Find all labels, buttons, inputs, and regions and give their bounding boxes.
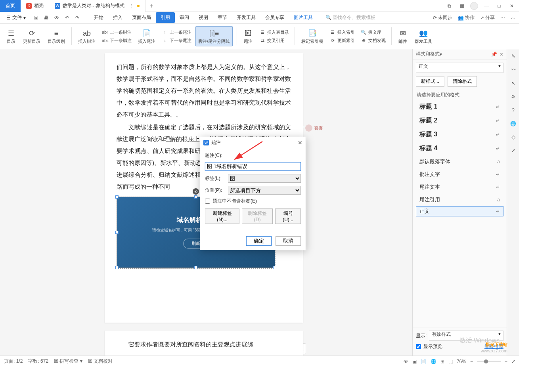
- doc-discover-button[interactable]: ⊕文档发现: [359, 37, 387, 44]
- next-footnote-button[interactable]: ab↓下一条脚注: [100, 37, 133, 44]
- cross-reference-button[interactable]: ⇄交叉引用: [258, 37, 291, 44]
- view-focus-icon[interactable]: ▣: [412, 359, 417, 364]
- mail-button[interactable]: ✉邮件: [396, 27, 410, 46]
- tab-home[interactable]: 首页: [0, 0, 21, 12]
- menu-start[interactable]: 开始: [89, 12, 108, 23]
- zoom-out-icon[interactable]: −: [470, 359, 473, 364]
- save-icon[interactable]: 🖫: [32, 14, 40, 22]
- rail-select-icon[interactable]: ✎: [509, 52, 517, 60]
- numbering-button[interactable]: 编号(U)...: [275, 208, 301, 224]
- menu-section[interactable]: 章节: [213, 12, 232, 23]
- zoom-value[interactable]: 76%: [457, 359, 466, 364]
- minimize-icon[interactable]: —: [482, 2, 491, 10]
- file-menu-button[interactable]: ☰ 文件 ▾: [4, 13, 28, 22]
- spellcheck-toggle[interactable]: ☒ 拼写检查 ▾: [54, 358, 82, 365]
- print-icon[interactable]: 🖶: [42, 14, 50, 22]
- caption-button[interactable]: 🖼题注: [241, 27, 255, 46]
- caption-input[interactable]: [205, 162, 301, 171]
- close-panel-icon[interactable]: ✕: [500, 52, 503, 57]
- insert-footnote-button[interactable]: ab插入脚注: [76, 27, 98, 46]
- insert-index-button[interactable]: ☰插入索引: [328, 29, 356, 36]
- add-tab-button[interactable]: +: [145, 2, 157, 10]
- resize-handle[interactable]: [273, 266, 276, 269]
- rail-expand-icon[interactable]: ⤢: [509, 147, 517, 155]
- menu-devtools[interactable]: 开发工具: [232, 12, 260, 23]
- search-library-button[interactable]: 🔍搜文库: [359, 29, 387, 36]
- resize-handle[interactable]: [115, 195, 119, 199]
- style-item[interactable]: 标题 4↵: [416, 142, 503, 155]
- cancel-button[interactable]: 取消: [276, 236, 301, 246]
- maximize-icon[interactable]: □: [495, 2, 503, 10]
- exclude-label-checkbox[interactable]: [205, 199, 210, 204]
- mark-index-button[interactable]: 📑标记索引项: [299, 27, 325, 46]
- coop-button[interactable]: 👥 协作: [458, 14, 475, 21]
- rail-cursor-icon[interactable]: ↖: [509, 79, 517, 87]
- view-reading-icon[interactable]: 👁: [404, 359, 408, 364]
- redo-icon[interactable]: ↷: [73, 14, 81, 22]
- current-style-select[interactable]: 正文 ▾: [416, 63, 503, 73]
- rail-help-icon[interactable]: ?: [509, 106, 517, 114]
- insert-table-figures-button[interactable]: ☰插入表目录: [258, 29, 291, 36]
- menu-member[interactable]: 会员专享: [260, 12, 289, 23]
- resize-handle[interactable]: [115, 231, 119, 234]
- pin-panel-icon[interactable]: 📌: [491, 52, 497, 57]
- page-2[interactable]: 它要求作者既要对所查阅资料的主要观点进展综: [105, 331, 303, 356]
- preview-checkbox[interactable]: [416, 344, 421, 349]
- menu-view[interactable]: 视图: [194, 12, 213, 23]
- ok-button[interactable]: 确定: [246, 236, 272, 246]
- dialog-titlebar[interactable]: W 题注 ✕: [200, 137, 306, 148]
- style-item[interactable]: 标题 1↵: [416, 100, 503, 114]
- rail-translate-icon[interactable]: 🌐: [509, 120, 517, 128]
- rotate-handle-icon[interactable]: ⟲: [193, 188, 199, 195]
- collapse-ribbon-icon[interactable]: ︿: [511, 14, 515, 21]
- update-toc-button[interactable]: ⟳更新目录: [21, 27, 43, 46]
- page-indicator[interactable]: 页面: 1/2: [4, 358, 23, 365]
- position-select[interactable]: 所选项目下方: [228, 186, 301, 195]
- tab-menu-icon[interactable]: ⋮: [128, 3, 134, 9]
- user-avatar[interactable]: [470, 2, 478, 10]
- preview-icon[interactable]: 👁: [53, 14, 61, 22]
- command-search[interactable]: 🔍 查找命令、搜索模板: [325, 14, 375, 21]
- new-style-button[interactable]: 新样式...: [416, 76, 444, 87]
- close-window-icon[interactable]: ✕: [507, 2, 516, 10]
- dialog-close-icon[interactable]: ✕: [298, 140, 302, 146]
- share-button[interactable]: ↗ 分享: [480, 14, 495, 21]
- resize-handle[interactable]: [194, 266, 197, 269]
- new-label-button[interactable]: 新建标签(N)...: [205, 208, 239, 224]
- view-web-icon[interactable]: 🌐: [431, 359, 436, 364]
- view-outline-icon[interactable]: ⊞: [440, 359, 444, 364]
- proofread-toggle[interactable]: ☒ 文档校对: [88, 358, 113, 365]
- view-print-icon[interactable]: 📄: [421, 359, 427, 364]
- tab-daoke[interactable]: D 稻壳: [21, 0, 49, 12]
- style-item[interactable]: 尾注引用a: [416, 193, 503, 206]
- more-icon[interactable]: ⋯: [500, 15, 505, 21]
- menu-reference[interactable]: 引用: [156, 12, 175, 23]
- undo-icon[interactable]: ↶: [63, 14, 71, 22]
- resize-handle[interactable]: [194, 195, 197, 199]
- toc-level-button[interactable]: ≡目录级别: [45, 27, 67, 46]
- fit-width-icon[interactable]: ⬚: [448, 359, 453, 364]
- menu-layout[interactable]: 页面布局: [127, 12, 156, 23]
- resize-handle[interactable]: [115, 266, 119, 269]
- style-item[interactable]: 正文↵: [416, 206, 503, 216]
- update-index-button[interactable]: ⟳更新索引: [328, 37, 356, 44]
- apps-grid-icon[interactable]: ▦: [457, 2, 466, 10]
- rail-settings-icon[interactable]: ⚙: [509, 93, 517, 101]
- style-item[interactable]: 批注文字↵: [416, 168, 503, 181]
- footnote-separator-button[interactable]: [i]≡脚注/尾注分隔线: [195, 26, 233, 46]
- zoom-in-icon[interactable]: +: [505, 359, 507, 364]
- style-item[interactable]: 尾注文本↵: [416, 181, 503, 193]
- sync-status[interactable]: ⟳ 未同步: [433, 14, 452, 21]
- style-item[interactable]: 标题 2↵: [416, 114, 503, 128]
- mass-send-button[interactable]: 👥群发工具: [412, 27, 434, 46]
- menu-review[interactable]: 审阅: [175, 12, 194, 23]
- style-item[interactable]: 默认段落字体a: [416, 155, 503, 168]
- tab-document[interactable]: W 数学是人类对…象结构与模式 ⋮: [49, 0, 145, 12]
- clear-format-button[interactable]: 清除格式: [448, 76, 477, 87]
- menu-image-tools[interactable]: 图片工具: [289, 12, 318, 23]
- toc-button[interactable]: ☰目录: [4, 27, 18, 46]
- label-select[interactable]: 图: [228, 174, 301, 183]
- prev-footnote-button[interactable]: ab↑上一条脚注: [100, 29, 133, 36]
- rail-style-icon[interactable]: 〰: [509, 66, 517, 74]
- comment-indicator[interactable]: 否否: [305, 124, 323, 132]
